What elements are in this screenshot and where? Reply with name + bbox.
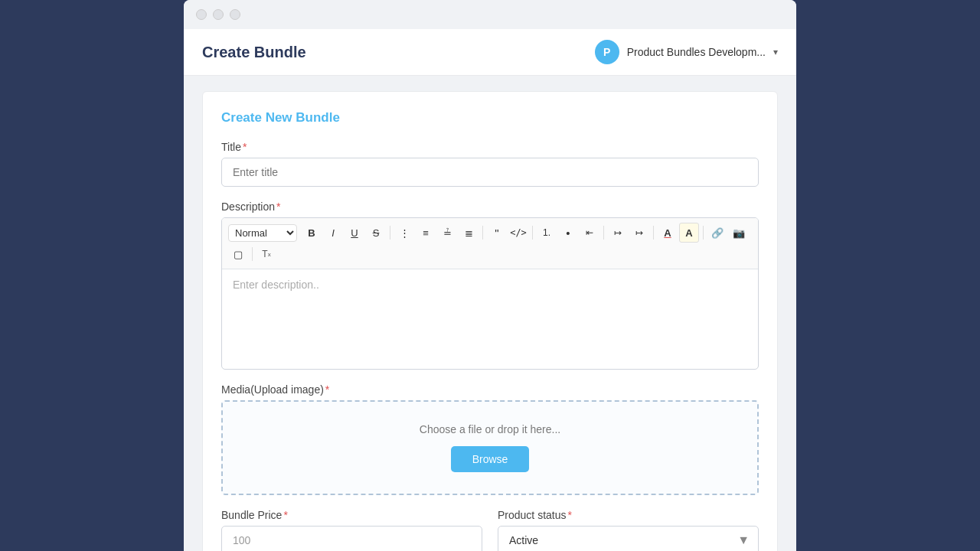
- required-star-status: *: [568, 509, 572, 521]
- image-button[interactable]: 📷: [729, 223, 749, 243]
- align-left-button[interactable]: ⋮: [394, 223, 414, 243]
- video-button[interactable]: ▢: [228, 244, 248, 264]
- title-label: Title*: [221, 141, 759, 153]
- upload-text: Choose a file or drop it here...: [420, 423, 560, 435]
- link-button[interactable]: 🔗: [707, 223, 727, 243]
- toolbar-divider-5: [653, 226, 654, 240]
- unordered-list-button[interactable]: •: [558, 223, 578, 243]
- italic-button[interactable]: I: [323, 223, 343, 243]
- title-input[interactable]: [221, 158, 759, 187]
- description-group: Description* Normal Heading 1 Heading 2 …: [221, 201, 759, 370]
- avatar: P: [595, 40, 619, 64]
- toolbar-divider-4: [603, 226, 604, 240]
- page-title: Create Bundle: [202, 44, 306, 61]
- app-name: Product Bundles Developm...: [627, 46, 766, 58]
- blockquote-button[interactable]: ": [487, 223, 507, 243]
- form-card-title: Create New Bundle: [221, 110, 759, 126]
- editor-placeholder: Enter description..: [233, 279, 319, 291]
- align-center-button[interactable]: ≡: [416, 223, 436, 243]
- chevron-down-icon[interactable]: ▾: [773, 47, 778, 57]
- main-content: Create New Bundle Title* Description* No…: [184, 76, 796, 551]
- price-status-row: Bundle Price* Product status* Active: [221, 509, 759, 551]
- app-window: Create Bundle P Product Bundles Developm…: [184, 0, 796, 551]
- title-group: Title*: [221, 141, 759, 187]
- editor-body[interactable]: Enter description..: [222, 269, 758, 369]
- toolbar-divider-3: [532, 226, 533, 240]
- header: Create Bundle P Product Bundles Developm…: [184, 29, 796, 76]
- font-color-button[interactable]: A: [658, 223, 678, 243]
- required-star-title: *: [243, 141, 247, 153]
- form-card: Create New Bundle Title* Description* No…: [202, 91, 778, 551]
- strikethrough-button[interactable]: S: [366, 223, 386, 243]
- product-status-select[interactable]: Active Inactive: [498, 526, 759, 551]
- underline-button[interactable]: U: [345, 223, 364, 243]
- indent-dec-button[interactable]: ⇤: [580, 223, 599, 243]
- bold-button[interactable]: B: [302, 223, 322, 243]
- toolbar-divider-2: [482, 226, 483, 240]
- title-bar: [184, 0, 796, 29]
- browse-button[interactable]: Browse: [451, 446, 530, 472]
- window-dot-2: [213, 9, 224, 20]
- required-star-desc: *: [276, 201, 280, 213]
- required-star-price: *: [283, 509, 287, 521]
- window-dot-3: [230, 9, 240, 20]
- upload-area[interactable]: Choose a file or drop it here... Browse: [221, 400, 759, 495]
- bundle-price-label: Bundle Price*: [221, 509, 482, 521]
- bg-color-button[interactable]: A: [679, 223, 699, 243]
- format-select[interactable]: Normal Heading 1 Heading 2 Heading 3: [228, 224, 297, 242]
- indent-in-button[interactable]: ↦: [629, 223, 649, 243]
- editor-container: Normal Heading 1 Heading 2 Heading 3 B I…: [221, 217, 759, 370]
- indent-out-button[interactable]: ↦: [608, 223, 628, 243]
- product-status-col: Product status* Active Inactive ▼: [498, 509, 759, 551]
- bundle-price-group: Bundle Price*: [221, 509, 482, 551]
- clear-format-button[interactable]: Tx: [256, 244, 276, 264]
- toolbar-divider-6: [703, 226, 704, 240]
- code-button[interactable]: </>: [508, 223, 528, 243]
- description-label: Description*: [221, 201, 759, 213]
- ordered-list-button[interactable]: 1.: [537, 223, 557, 243]
- editor-toolbar: Normal Heading 1 Heading 2 Heading 3 B I…: [222, 218, 758, 269]
- toolbar-divider-7: [252, 247, 253, 261]
- media-label: Media(Upload image)*: [221, 383, 759, 396]
- bundle-price-col: Bundle Price*: [221, 509, 482, 551]
- align-right-button[interactable]: ≟: [437, 223, 457, 243]
- product-status-group: Product status* Active Inactive ▼: [498, 509, 759, 551]
- required-star-media: *: [325, 383, 329, 396]
- align-justify-button[interactable]: ≣: [459, 223, 479, 243]
- media-group: Media(Upload image)* Choose a file or dr…: [221, 383, 759, 495]
- product-status-label: Product status*: [498, 509, 759, 521]
- header-right: P Product Bundles Developm... ▾: [595, 40, 778, 64]
- window-dot-1: [196, 9, 207, 20]
- toolbar-divider-1: [390, 226, 390, 240]
- bundle-price-input[interactable]: [221, 526, 482, 551]
- product-status-wrapper: Active Inactive ▼: [498, 526, 759, 551]
